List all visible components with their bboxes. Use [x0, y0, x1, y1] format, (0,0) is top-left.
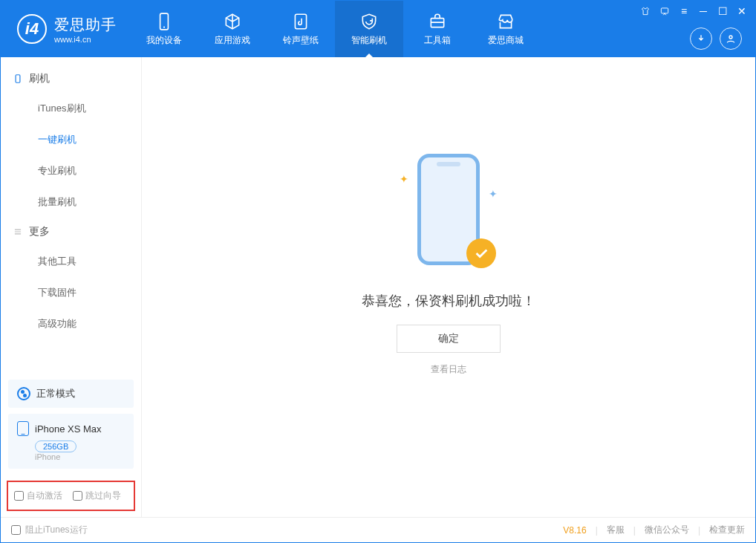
- nav-ringtone-wallpaper[interactable]: 铃声壁纸: [267, 1, 335, 57]
- app-window: i4 爱思助手 www.i4.cn 我的设备 应用游戏 铃声壁纸 智能刷机: [0, 0, 756, 543]
- sidebar-item-pro-flash[interactable]: 专业刷机: [1, 155, 141, 186]
- main-content: ✦ ✦ 恭喜您，保资料刷机成功啦！ 确定 查看日志: [142, 57, 755, 517]
- sidebar-item-batch-flash[interactable]: 批量刷机: [1, 186, 141, 218]
- user-button[interactable]: [720, 27, 742, 50]
- logo-icon: i4: [17, 14, 47, 44]
- app-name-en: www.i4.cn: [54, 35, 117, 44]
- sparkle-icon: ✦: [400, 173, 408, 185]
- checkbox-skip-guide[interactable]: 跳过向导: [73, 490, 121, 502]
- app-name-cn: 爱思助手: [54, 15, 117, 35]
- body: 刷机 iTunes刷机 一键刷机 专业刷机 批量刷机 更多 其他工具 下载固件 …: [1, 57, 755, 517]
- download-button[interactable]: [690, 27, 712, 50]
- device-type: iPhone: [35, 452, 125, 461]
- footer-link-wechat[interactable]: 微信公众号: [645, 524, 689, 536]
- nav-apps-games[interactable]: 应用游戏: [198, 1, 267, 57]
- sidebar-group-label: 更多: [29, 225, 50, 238]
- footer-link-update[interactable]: 检查更新: [709, 524, 745, 536]
- logo[interactable]: i4 爱思助手 www.i4.cn: [1, 1, 130, 57]
- sidebar-item-download-firmware[interactable]: 下载固件: [1, 277, 141, 308]
- svg-rect-6: [16, 75, 20, 83]
- sidebar-group-flash[interactable]: 刷机: [1, 65, 141, 93]
- skip-guide-input[interactable]: [73, 491, 82, 501]
- success-message: 恭喜您，保资料刷机成功啦！: [362, 292, 535, 310]
- phone-outline-icon: [17, 421, 29, 436]
- nav-store[interactable]: 爱思商城: [472, 1, 540, 57]
- shirt-icon[interactable]: [639, 5, 651, 17]
- minimize-icon[interactable]: ─: [697, 5, 709, 17]
- nav-label: 我的设备: [146, 34, 182, 47]
- block-itunes-label: 阻止iTunes运行: [25, 524, 88, 536]
- ok-button[interactable]: 确定: [397, 325, 501, 353]
- view-log-link[interactable]: 查看日志: [431, 363, 466, 376]
- check-badge-icon: [466, 238, 496, 268]
- normal-mode-icon: [17, 387, 30, 400]
- nav-label: 工具箱: [424, 34, 451, 47]
- nav-label: 铃声壁纸: [283, 34, 319, 47]
- footer-link-support[interactable]: 客服: [607, 524, 625, 536]
- sidebar: 刷机 iTunes刷机 一键刷机 专业刷机 批量刷机 更多 其他工具 下载固件 …: [1, 57, 142, 517]
- close-icon[interactable]: ✕: [736, 5, 748, 17]
- nav-my-device[interactable]: 我的设备: [130, 1, 198, 57]
- sidebar-item-oneclick-flash[interactable]: 一键刷机: [1, 124, 141, 155]
- nav-label: 智能刷机: [351, 34, 387, 47]
- device-card[interactable]: iPhone XS Max 256GB iPhone: [8, 414, 134, 469]
- cube-icon: [223, 12, 242, 31]
- music-file-icon: [291, 12, 310, 31]
- auto-activate-input[interactable]: [14, 491, 24, 501]
- svg-point-1: [163, 26, 165, 27]
- store-icon: [496, 12, 515, 31]
- svg-rect-4: [661, 8, 668, 13]
- status-card[interactable]: 正常模式: [8, 380, 134, 408]
- sidebar-group-more[interactable]: 更多: [1, 218, 141, 246]
- version-label: V8.16: [563, 525, 586, 536]
- svg-point-5: [729, 36, 732, 39]
- device-name: iPhone XS Max: [35, 423, 102, 435]
- sidebar-group-label: 刷机: [29, 72, 50, 85]
- sidebar-item-itunes-flash[interactable]: iTunes刷机: [1, 93, 141, 124]
- nav-smart-flash[interactable]: 智能刷机: [335, 1, 403, 57]
- block-itunes-input[interactable]: [11, 525, 21, 535]
- sparkle-icon: ✦: [489, 188, 498, 200]
- nav-label: 应用游戏: [215, 34, 250, 47]
- status-mode-label: 正常模式: [36, 387, 75, 400]
- phone-icon: [154, 12, 174, 31]
- svg-rect-2: [295, 14, 306, 29]
- feedback-icon[interactable]: [659, 5, 671, 17]
- sidebar-item-advanced[interactable]: 高级功能: [1, 308, 141, 339]
- top-nav: 我的设备 应用游戏 铃声壁纸 智能刷机 工具箱 爱思商城: [130, 1, 540, 57]
- header: i4 爱思助手 www.i4.cn 我的设备 应用游戏 铃声壁纸 智能刷机: [1, 1, 755, 57]
- sidebar-item-other-tools[interactable]: 其他工具: [1, 246, 141, 277]
- footer: 阻止iTunes运行 V8.16 | 客服 | 微信公众号 | 检查更新: [1, 517, 755, 542]
- options-highlight-box: 自动激活 跳过向导: [7, 481, 135, 511]
- device-storage-pill: 256GB: [35, 440, 76, 452]
- device-icon: [13, 74, 23, 84]
- success-illustration: ✦ ✦: [404, 154, 493, 273]
- skip-guide-label: 跳过向导: [85, 490, 121, 502]
- nav-toolbox[interactable]: 工具箱: [403, 1, 472, 57]
- auto-activate-label: 自动激活: [27, 490, 62, 502]
- nav-label: 爱思商城: [488, 34, 524, 47]
- toolbox-icon: [428, 12, 447, 31]
- window-controls: ≡ ─ ☐ ✕: [639, 5, 748, 17]
- menu-icon[interactable]: ≡: [678, 5, 690, 17]
- checkbox-auto-activate[interactable]: 自动激活: [14, 490, 62, 502]
- maximize-icon[interactable]: ☐: [717, 5, 729, 17]
- checkbox-block-itunes[interactable]: 阻止iTunes运行: [11, 524, 88, 536]
- refresh-shield-icon: [359, 12, 379, 31]
- menu-lines-icon: [13, 227, 23, 237]
- header-circle-buttons: [690, 27, 742, 50]
